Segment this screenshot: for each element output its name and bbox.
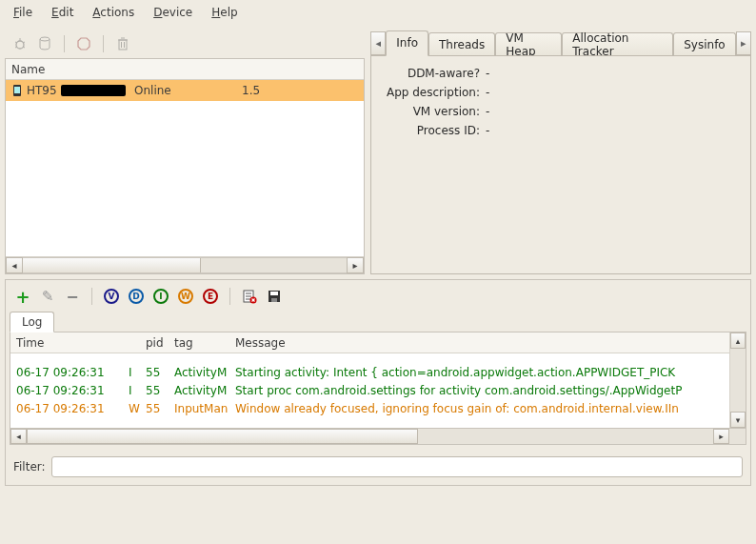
log-hscroll[interactable]: ◂ ▸ — [10, 429, 746, 445]
tab-info[interactable]: Info — [386, 30, 428, 56]
info-ddm-value: - — [486, 67, 489, 80]
log-header: Time pid tag Message — [10, 332, 729, 353]
scroll-down-icon[interactable]: ▾ — [730, 412, 746, 428]
stop-icon[interactable] — [74, 34, 93, 53]
device-list-header: Name — [6, 59, 364, 80]
info-vmversion-value: - — [486, 105, 489, 118]
scroll-left-icon[interactable]: ◂ — [10, 429, 27, 444]
svg-rect-14 — [14, 87, 20, 93]
col-tag[interactable]: tag — [169, 336, 229, 350]
svg-point-6 — [40, 37, 50, 41]
col-time[interactable]: Time — [10, 336, 123, 350]
log-pid: 55 — [140, 402, 169, 415]
tab-scroll-left[interactable]: ◂ — [370, 31, 386, 55]
tab-sysinfo[interactable]: Sysinfo — [673, 32, 735, 56]
svg-marker-7 — [78, 38, 90, 50]
separator — [91, 288, 92, 305]
log-time: 06-17 09:26:31 — [10, 402, 123, 415]
scroll-right-icon[interactable]: ▸ — [347, 257, 364, 273]
scroll-left-icon[interactable]: ◂ — [6, 257, 23, 273]
scroll-right-icon[interactable]: ▸ — [713, 429, 729, 444]
tab-threads[interactable]: Threads — [428, 32, 495, 56]
log-row[interactable]: 06-17 09:26:31I55ActivityMStarting activ… — [10, 363, 729, 381]
scroll-thumb[interactable] — [27, 429, 418, 444]
log-time: 06-17 09:26:31 — [10, 366, 123, 379]
phone-icon — [11, 84, 23, 97]
device-version: 1.5 — [242, 84, 280, 97]
svg-point-0 — [16, 41, 24, 49]
log-row[interactable] — [10, 417, 729, 426]
tab-scroll-right[interactable]: ▸ — [736, 31, 751, 55]
bug-icon[interactable] — [10, 34, 30, 53]
log-row[interactable]: 06-17 09:26:31I55ActivityMStart proc com… — [10, 381, 729, 399]
info-ddm-label: DDM-aware? — [383, 67, 486, 80]
remove-filter-button[interactable]: − — [63, 287, 82, 306]
device-toolbar — [5, 30, 365, 58]
log-pid: 55 — [140, 366, 169, 379]
error-level-button[interactable]: E — [201, 287, 220, 306]
add-filter-button[interactable]: + — [13, 287, 32, 306]
scroll-up-icon[interactable]: ▴ — [730, 332, 746, 349]
redacted-text — [61, 85, 126, 96]
log-tag: ActivityM — [169, 384, 229, 397]
device-name: HT95 — [27, 84, 57, 97]
col-pid[interactable]: pid — [140, 336, 169, 350]
svg-rect-24 — [271, 298, 277, 302]
info-vmversion-label: VM version: — [383, 105, 486, 118]
svg-rect-8 — [119, 40, 127, 50]
log-level: W — [123, 402, 140, 415]
verbose-level-button[interactable]: V — [102, 287, 121, 306]
menu-actions[interactable]: Actions — [83, 2, 144, 23]
info-level-button[interactable]: I — [151, 287, 170, 306]
log-time: 06-17 09:26:31 — [10, 384, 123, 397]
log-message: Start proc com.android.settings for acti… — [229, 384, 729, 397]
filter-input[interactable] — [51, 456, 743, 477]
edit-filter-button[interactable]: ✎ — [38, 287, 57, 306]
separator — [229, 288, 230, 305]
info-panel: DDM-aware? - App description: - VM versi… — [370, 55, 751, 274]
column-name[interactable]: Name — [11, 63, 45, 76]
log-message: Window already focused, ignoring focus g… — [229, 402, 729, 415]
menu-file[interactable]: File — [4, 2, 42, 23]
info-appdesc-label: App description: — [383, 86, 486, 99]
menu-device[interactable]: Device — [144, 2, 202, 23]
log-level: I — [123, 384, 140, 397]
warn-level-button[interactable]: W — [176, 287, 195, 306]
device-hscroll[interactable]: ◂ ▸ — [6, 256, 364, 273]
log-level: I — [123, 366, 140, 379]
filter-label: Filter: — [13, 460, 46, 473]
separator — [103, 35, 104, 52]
log-row[interactable]: 06-17 09:26:31W55InputManWindow already … — [10, 399, 729, 417]
trash-icon[interactable] — [113, 34, 132, 53]
log-message: Starting activity: Intent { action=andro… — [229, 366, 729, 379]
info-pid-label: Process ID: — [383, 124, 486, 137]
log-tag: ActivityM — [169, 366, 229, 379]
device-status: Online — [134, 84, 187, 97]
col-message[interactable]: Message — [229, 336, 729, 350]
debug-level-button[interactable]: D — [127, 287, 146, 306]
log-row[interactable] — [10, 355, 729, 363]
menu-help[interactable]: Help — [202, 2, 247, 23]
info-pid-value: - — [486, 124, 489, 137]
info-appdesc-value: - — [486, 86, 489, 99]
separator — [64, 35, 65, 52]
save-log-button[interactable] — [265, 287, 284, 306]
scroll-thumb[interactable] — [23, 258, 201, 272]
clear-log-button[interactable] — [240, 287, 259, 306]
tab-allocation-tracker[interactable]: Allocation Tracker — [562, 32, 673, 56]
svg-rect-23 — [270, 292, 278, 295]
cylinder-icon[interactable] — [35, 34, 54, 53]
log-pid: 55 — [140, 384, 169, 397]
log-vscroll[interactable]: ▴ ▾ — [729, 332, 746, 428]
device-row[interactable]: HT95 Online 1.5 — [6, 80, 364, 101]
tab-vmheap[interactable]: VM Heap — [495, 32, 562, 56]
log-tab[interactable]: Log — [10, 312, 54, 332]
menu-edit[interactable]: Edit — [42, 2, 83, 23]
log-tag: InputMan — [169, 402, 229, 415]
